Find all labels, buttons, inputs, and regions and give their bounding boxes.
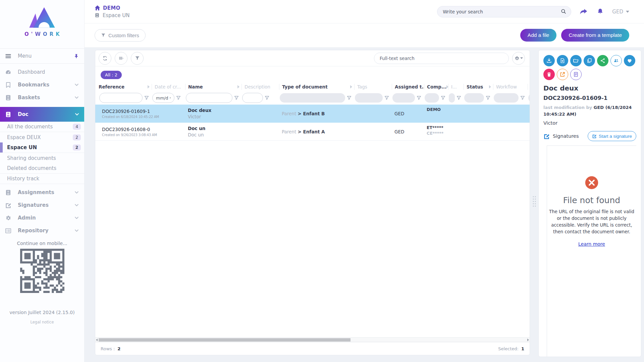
filter-description-input[interactable] <box>242 93 263 103</box>
breadcrumb-root[interactable]: DEMO <box>95 5 129 11</box>
funnel-icon[interactable] <box>520 96 525 100</box>
sort-arrow-icon <box>489 85 491 88</box>
filter-tags-select[interactable] <box>355 93 383 103</box>
delete-button[interactable] <box>543 69 555 80</box>
column-header-description[interactable]: Description <box>241 84 279 90</box>
sidebar-item-doc-active[interactable]: Doc <box>0 107 84 122</box>
column-header-y[interactable]: Y... <box>528 84 530 90</box>
learn-more-link[interactable]: Learn more <box>578 241 605 247</box>
funnel-icon[interactable] <box>265 96 269 100</box>
global-search-input[interactable] <box>443 9 560 14</box>
favorite-button[interactable] <box>624 55 635 66</box>
pin-icon[interactable] <box>74 54 79 59</box>
funnel-icon[interactable] <box>417 96 421 100</box>
funnel-icon[interactable] <box>347 96 352 100</box>
filter-y-select[interactable] <box>528 93 530 103</box>
sidebar-item-admin[interactable]: Admin <box>0 212 84 224</box>
sidebar-item-espace-un[interactable]: Espace UN 2 <box>0 142 84 153</box>
table-row[interactable]: DOC230926-01609-1 Created on 6/18/2024 1… <box>95 105 530 123</box>
download-button[interactable] <box>543 55 555 66</box>
sidebar-item-bookmarks[interactable]: Bookmarks <box>0 78 84 91</box>
search-icon[interactable] <box>560 8 567 15</box>
column-header-i[interactable]: I... <box>448 84 464 90</box>
sidebar-item-dashboard[interactable]: Dashboard <box>0 66 84 78</box>
start-signature-button[interactable]: Start a signature <box>588 131 636 141</box>
breadcrumb-space[interactable]: Espace UN <box>95 12 129 18</box>
tab-all-documents[interactable]: All : 2 <box>101 71 122 79</box>
sidebar-item-all-documents[interactable]: All the documents 4 <box>0 122 84 132</box>
table-settings-button[interactable] <box>512 52 525 65</box>
column-header-assigned[interactable]: Assigned t... <box>392 84 424 90</box>
sidebar-item-repository[interactable]: Repository <box>0 224 84 237</box>
column-header-reference[interactable]: Reference <box>99 84 152 90</box>
user-menu[interactable]: GED <box>612 9 629 15</box>
duplicate-button[interactable] <box>584 55 595 66</box>
sidebar: O'WORK Menu Dashboard Bookmarks Baskets … <box>0 0 85 362</box>
column-header-date[interactable]: Date of cr... <box>152 84 185 90</box>
bell-icon[interactable] <box>596 8 604 16</box>
column-header-tags[interactable]: Tags <box>354 84 392 90</box>
filter-i-select[interactable] <box>449 93 455 103</box>
filter-company-select[interactable] <box>425 93 439 103</box>
funnel-icon[interactable] <box>176 96 181 100</box>
scroll-right-arrow[interactable] <box>527 339 529 341</box>
add-file-button[interactable]: Add a file <box>520 29 557 42</box>
filter-date-input[interactable]: mm/d <box>152 93 174 103</box>
filter-workflow-select[interactable] <box>494 93 519 103</box>
share-button[interactable] <box>597 55 608 66</box>
document-name: Doc un <box>188 126 241 131</box>
column-header-company[interactable]: Comp... <box>424 84 448 90</box>
column-header-workflow[interactable]: Workflow <box>493 84 528 90</box>
scrollbar-thumb[interactable] <box>99 338 351 342</box>
filter-type-select[interactable] <box>280 93 345 103</box>
upload-version-button[interactable] <box>557 55 568 66</box>
panel-resize-handle[interactable] <box>532 195 537 207</box>
filter-reference-input[interactable] <box>99 93 143 103</box>
sidebar-item-baskets[interactable]: Baskets <box>0 91 84 104</box>
scroll-left-arrow[interactable] <box>96 339 98 341</box>
refresh-button[interactable] <box>99 52 111 65</box>
count-badge: 2 <box>73 144 81 150</box>
sidebar-item-assignments[interactable]: Assignments <box>0 186 84 199</box>
funnel-icon[interactable] <box>234 96 239 100</box>
sidebar-item-history-track[interactable]: History track <box>0 174 84 184</box>
document-type: Parent > Enfant A <box>279 129 354 134</box>
custom-filters-button[interactable]: Custom filters <box>95 29 146 42</box>
column-header-name[interactable]: Name <box>185 84 241 90</box>
columns-button[interactable] <box>115 52 127 65</box>
assign-users-button[interactable] <box>610 55 622 66</box>
filter-assigned-select[interactable] <box>392 93 415 103</box>
column-header-status[interactable]: Status <box>464 84 493 90</box>
fulltext-search-input[interactable] <box>380 56 503 61</box>
sidebar-item-deleted-documents[interactable]: Deleted documents <box>0 163 84 174</box>
open-external-button[interactable] <box>557 69 568 80</box>
funnel-icon[interactable] <box>441 96 445 100</box>
sidebar-item-sharing-documents[interactable]: Sharing documents <box>0 153 84 163</box>
signatures-label: Signatures <box>553 133 579 139</box>
column-header-type[interactable]: Type of document <box>279 84 354 90</box>
create-from-template-button[interactable]: Create from a template <box>561 29 629 42</box>
sidebar-item-espace-deux[interactable]: Espace DEUX 2 <box>0 132 84 142</box>
signature-icon <box>5 202 11 208</box>
gear-icon <box>5 215 11 221</box>
funnel-icon[interactable] <box>457 96 461 100</box>
app-logo[interactable]: O'WORK <box>0 0 84 43</box>
filter-name-input[interactable] <box>186 93 232 103</box>
filter-status-select[interactable] <box>464 93 484 103</box>
calendar-icon[interactable] <box>170 96 171 100</box>
heart-icon <box>627 58 633 64</box>
table-row[interactable]: DOC230926-01608-0 Created on 9/26/2023 3… <box>95 123 530 141</box>
funnel-icon[interactable] <box>384 96 389 100</box>
panel-document-title: Doc deux <box>543 84 636 92</box>
funnel-icon[interactable] <box>144 96 149 100</box>
legal-notice-link[interactable]: Legal notice <box>31 320 54 324</box>
open-folder-button[interactable] <box>570 55 582 66</box>
hamburger-icon[interactable] <box>5 53 11 59</box>
horizontal-scrollbar[interactable] <box>95 337 530 342</box>
table-filter-button[interactable] <box>131 52 144 65</box>
version-label: version Juillet 2024 (2.15.0) <box>0 310 84 315</box>
share-icon[interactable] <box>579 8 588 16</box>
document-preview-button[interactable] <box>570 69 582 80</box>
funnel-icon[interactable] <box>486 96 490 100</box>
sidebar-item-signatures[interactable]: Signatures <box>0 199 84 212</box>
